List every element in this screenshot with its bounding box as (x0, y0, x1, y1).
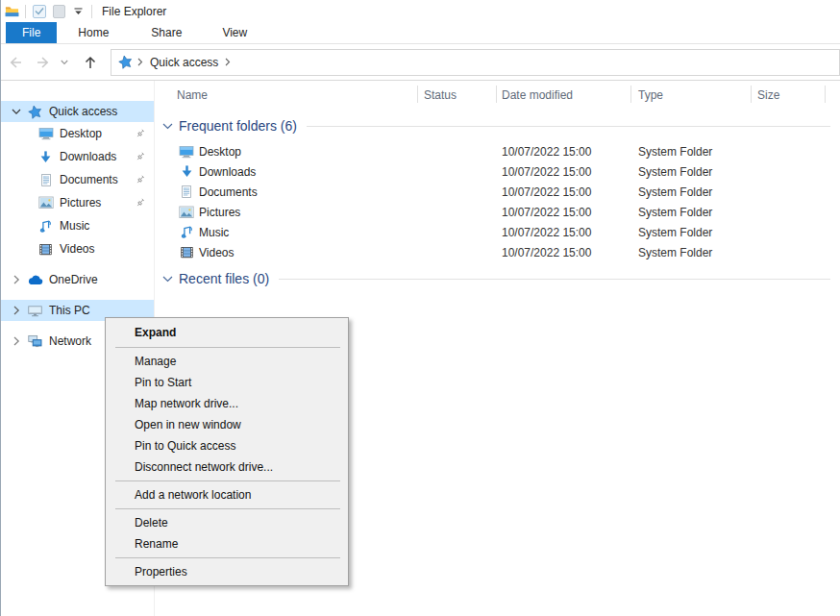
recent-locations-caret-icon[interactable] (57, 60, 72, 65)
file-row-downloads[interactable]: Downloads 10/07/2022 15:00 System Folder (155, 161, 840, 182)
sidebar-item-quick-access[interactable]: Quick access (1, 101, 154, 122)
download-arrow-icon (37, 150, 54, 164)
tab-file[interactable]: File (6, 22, 57, 43)
address-bar[interactable]: Quick access (111, 49, 840, 76)
file-explorer-window: File Explorer File Home Share View Quic (0, 0, 840, 616)
group-frequent-folders[interactable]: Frequent folders (6) (155, 115, 840, 136)
navigation-bar: Quick access (1, 44, 840, 81)
chevron-down-icon[interactable] (162, 276, 173, 283)
tab-share[interactable]: Share (137, 22, 195, 43)
explorer-folder-icon (5, 4, 19, 18)
column-divider[interactable] (630, 86, 631, 103)
breadcrumb-location[interactable]: Quick access (148, 56, 220, 69)
back-arrow-icon[interactable] (1, 55, 30, 70)
quick-access-star-icon (26, 103, 45, 120)
menu-item-rename[interactable]: Rename (106, 533, 348, 554)
tab-view[interactable]: View (209, 22, 260, 43)
file-name: Videos (199, 246, 234, 259)
chevron-down-icon[interactable] (162, 123, 173, 130)
column-divider[interactable] (825, 86, 826, 103)
file-type: System Folder (630, 226, 751, 239)
sidebar-item-label: Music (60, 219, 89, 233)
chevron-right-icon[interactable] (11, 336, 22, 346)
sidebar-item-label: Network (49, 334, 91, 348)
titlebar-separator (25, 5, 26, 18)
sidebar-item-downloads[interactable]: Downloads (1, 145, 154, 168)
sidebar-item-videos[interactable]: Videos (1, 237, 154, 260)
music-note-icon (37, 219, 54, 234)
menu-item-map-network-drive[interactable]: Map network drive... (106, 393, 348, 414)
sidebar-item-label: Quick access (49, 105, 117, 118)
file-row-videos[interactable]: Videos 10/07/2022 15:00 System Folder (155, 242, 840, 262)
menu-item-expand[interactable]: Expand (106, 321, 348, 344)
sidebar-item-label: Desktop (60, 127, 102, 140)
forward-arrow-icon[interactable] (30, 55, 57, 70)
file-type: System Folder (630, 206, 751, 219)
chevron-right-icon[interactable] (137, 58, 143, 66)
video-film-icon (179, 245, 194, 259)
column-divider[interactable] (751, 86, 752, 103)
picture-icon (37, 196, 54, 209)
qat-customize-caret-icon[interactable] (71, 4, 86, 18)
new-folder-icon[interactable] (52, 4, 66, 18)
file-type: System Folder (630, 185, 751, 199)
file-type: System Folder (630, 246, 751, 259)
properties-check-icon[interactable] (32, 4, 46, 18)
chevron-right-icon[interactable] (11, 275, 22, 284)
sidebar-item-music[interactable]: Music (1, 214, 154, 237)
chevron-right-icon[interactable] (11, 306, 22, 315)
file-date-modified: 10/07/2022 15:00 (496, 145, 630, 159)
pin-icon (135, 174, 146, 185)
menu-separator (115, 557, 340, 558)
menu-item-properties[interactable]: Properties (106, 561, 348, 582)
column-divider[interactable] (496, 86, 497, 103)
file-date-modified: 10/07/2022 15:00 (496, 206, 630, 219)
onedrive-cloud-icon (27, 275, 43, 285)
column-status[interactable]: Status (424, 88, 457, 102)
column-type[interactable]: Type (638, 88, 663, 102)
chevron-down-icon[interactable] (11, 109, 22, 115)
pin-icon (135, 151, 146, 162)
file-row-documents[interactable]: Documents 10/07/2022 15:00 System Folder (155, 182, 840, 202)
music-note-icon (179, 225, 194, 239)
group-label: Frequent folders (6) (179, 118, 297, 134)
column-date-modified[interactable]: Date modified (502, 88, 573, 102)
up-arrow-icon[interactable] (76, 55, 105, 70)
menu-separator (115, 480, 340, 481)
sidebar-item-pictures[interactable]: Pictures (1, 191, 154, 214)
pin-icon (135, 197, 146, 209)
group-rule (279, 279, 830, 280)
sidebar-item-label: Pictures (60, 196, 101, 209)
window-title: File Explorer (102, 5, 166, 18)
file-type: System Folder (630, 145, 751, 159)
file-row-pictures[interactable]: Pictures 10/07/2022 15:00 System Folder (155, 202, 840, 222)
column-size[interactable]: Size (757, 88, 779, 102)
sidebar-item-onedrive[interactable]: OneDrive (1, 269, 154, 290)
tab-home[interactable]: Home (64, 22, 122, 43)
file-name: Music (199, 226, 229, 239)
group-recent-files[interactable]: Recent files (0) (155, 268, 840, 289)
pin-icon (135, 128, 146, 139)
sidebar-item-documents[interactable]: Documents (1, 168, 154, 191)
menu-item-manage[interactable]: Manage (106, 351, 348, 372)
group-rule (307, 126, 830, 127)
file-row-music[interactable]: Music 10/07/2022 15:00 System Folder (155, 222, 840, 242)
menu-item-open-in-new-window[interactable]: Open in new window (106, 414, 348, 435)
sidebar-item-label: This PC (49, 304, 90, 317)
menu-item-delete[interactable]: Delete (106, 512, 348, 533)
file-row-desktop[interactable]: Desktop 10/07/2022 15:00 System Folder (155, 141, 840, 161)
this-pc-monitor-icon (27, 304, 43, 318)
file-date-modified: 10/07/2022 15:00 (496, 226, 630, 239)
chevron-right-icon[interactable] (225, 58, 231, 66)
menu-item-disconnect-network-drive[interactable]: Disconnect network drive... (106, 456, 348, 478)
sidebar-item-desktop[interactable]: Desktop (1, 122, 154, 145)
document-icon (37, 173, 54, 187)
network-icon (27, 334, 43, 348)
file-date-modified: 10/07/2022 15:00 (496, 246, 630, 259)
column-name[interactable]: Name (177, 88, 208, 102)
download-arrow-icon (179, 164, 194, 179)
column-divider[interactable] (417, 86, 418, 103)
menu-item-add-network-location[interactable]: Add a network location (106, 484, 348, 505)
menu-item-pin-to-quick-access[interactable]: Pin to Quick access (106, 435, 348, 456)
menu-item-pin-to-start[interactable]: Pin to Start (106, 372, 348, 393)
